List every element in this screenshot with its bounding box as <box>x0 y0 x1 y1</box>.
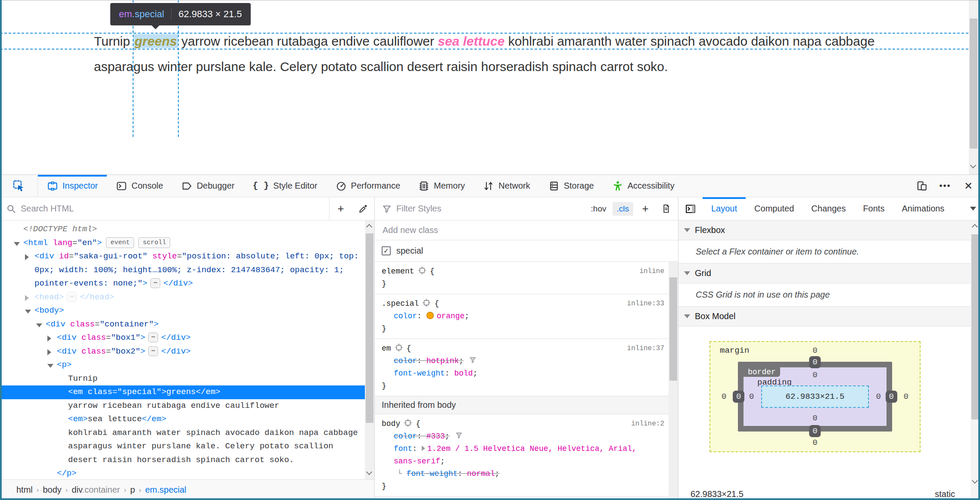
markup-row[interactable]: <p> <box>0 358 365 372</box>
rules-scrollbar-thumb[interactable] <box>669 277 677 381</box>
target-icon[interactable] <box>418 266 426 275</box>
markup-row[interactable]: kohlrabi amaranth water spinach avocado … <box>0 426 365 467</box>
margin-right-value[interactable]: 0 <box>904 392 908 401</box>
markup-row[interactable]: <body> <box>0 304 365 318</box>
breadcrumb-item-html[interactable]: html <box>16 485 33 495</box>
margin-bottom-value[interactable]: 0 <box>812 438 817 447</box>
border-top-value[interactable]: 0 <box>809 356 821 368</box>
css-declaration[interactable]: color: #333; <box>382 430 669 443</box>
markup-scrollbar-up-icon[interactable] <box>366 224 372 230</box>
responsive-mode-button[interactable] <box>910 175 933 197</box>
target-icon[interactable] <box>404 419 412 427</box>
all-tabs-menu-button[interactable] <box>967 197 979 220</box>
boxmodel-section-header[interactable]: Box Model <box>678 307 971 326</box>
padding-left-value[interactable]: 0 <box>749 392 754 401</box>
stylesheet-link[interactable]: inline:33 <box>627 298 664 310</box>
stylesheet-link[interactable]: inline:37 <box>627 342 664 355</box>
border-left-value[interactable]: 0 <box>733 391 744 403</box>
sidebar-toggle-button[interactable] <box>678 197 703 220</box>
markup-row[interactable]: <em>sea lettuce</em> <box>0 413 365 426</box>
expander-right-icon[interactable] <box>25 295 29 301</box>
rule-selector[interactable]: em <box>382 344 391 353</box>
add-new-class-input[interactable] <box>383 225 648 235</box>
rule-selector[interactable]: element <box>382 267 414 276</box>
markup-scrollbar-down-icon[interactable] <box>366 469 372 475</box>
sidebar-tab-changes[interactable]: Changes <box>803 197 854 220</box>
markup-row[interactable]: <html lang="en">eventscroll <box>0 236 365 250</box>
css-declaration[interactable]: color: orange; <box>382 310 669 323</box>
sidebar-tab-animations[interactable]: Animations <box>893 197 953 220</box>
css-declaration[interactable]: color: hotpink; <box>382 355 669 367</box>
funnel-icon[interactable] <box>455 432 463 440</box>
grid-section-header[interactable]: Grid <box>678 264 971 283</box>
expander-down-icon[interactable] <box>36 323 42 327</box>
layout-scrollbar-up-icon[interactable] <box>972 224 978 230</box>
search-html-input[interactable] <box>21 204 325 214</box>
expander-right-icon[interactable] <box>47 335 51 342</box>
breadcrumb-item-em-special[interactable]: em.special <box>145 485 187 495</box>
toolbox-meatball-menu-button[interactable]: ••• <box>933 175 957 197</box>
inline-ellipsis[interactable]: ⋯ <box>150 278 160 288</box>
rule-selector[interactable]: body <box>382 419 400 428</box>
rule-selector[interactable]: .special <box>382 299 419 308</box>
padding-bottom-value[interactable]: 0 <box>812 413 817 423</box>
padding-top-value[interactable]: 0 <box>812 370 817 380</box>
markup-row[interactable]: </p> <box>0 467 365 479</box>
layout-scrollbar-down-icon[interactable] <box>972 478 978 484</box>
markup-row[interactable]: <head>⋯</head> <box>0 291 365 304</box>
sidebar-tab-fonts[interactable]: Fonts <box>854 197 893 220</box>
css-declaration[interactable]: └ font-weight: normal; <box>382 468 669 480</box>
border-right-value[interactable]: 0 <box>886 391 897 403</box>
add-rule-button[interactable]: + <box>637 197 654 220</box>
expand-shorthand-icon[interactable] <box>422 446 425 451</box>
toggle-pseudo-classes-button[interactable]: :hov <box>588 202 609 215</box>
toolbox-tab-storage[interactable]: Storage <box>539 175 603 197</box>
breadcrumb-item-div[interactable]: div.container <box>72 485 120 495</box>
padding-right-value[interactable]: 0 <box>876 392 881 401</box>
expander-down-icon[interactable] <box>14 242 20 246</box>
toolbox-tab-console[interactable]: Console <box>107 175 172 197</box>
breadcrumb-item-body[interactable]: body <box>43 485 61 495</box>
page-scrollbar-down-icon[interactable] <box>970 162 976 168</box>
target-icon[interactable] <box>395 343 403 352</box>
toolbox-tab-style-editor[interactable]: { }Style Editor <box>244 175 327 197</box>
inline-ellipsis[interactable]: ⋯ <box>67 292 77 302</box>
toolbox-tab-accessibility[interactable]: Accessibility <box>603 175 684 197</box>
expander-right-icon[interactable] <box>47 349 51 355</box>
close-devtools-button[interactable]: ✕ <box>957 175 980 197</box>
sidebar-tab-layout[interactable]: Layout <box>703 197 746 220</box>
target-icon[interactable] <box>422 298 431 307</box>
markup-row-selected[interactable]: <em class="special">greens</em> <box>0 385 365 399</box>
toolbox-tab-memory[interactable]: Memory <box>409 175 474 197</box>
margin-top-value[interactable]: 0 <box>812 346 817 355</box>
print-simulation-button[interactable] <box>657 197 675 220</box>
markup-row[interactable]: yarrow ricebean rutabaga endive cauliflo… <box>0 399 365 413</box>
node-picker-button[interactable] <box>0 175 38 197</box>
sidebar-tab-computed[interactable]: Computed <box>746 197 803 220</box>
breadcrumb-item-p[interactable]: p <box>130 485 135 495</box>
toolbox-tab-inspector[interactable]: Inspector <box>38 175 107 197</box>
flexbox-section-header[interactable]: Flexbox <box>678 220 971 240</box>
markup-row[interactable]: <div class="box1">⋯</div> <box>0 331 365 345</box>
toolbox-tab-debugger[interactable]: Debugger <box>172 175 244 197</box>
node-badge[interactable]: event <box>106 237 134 248</box>
markup-row[interactable]: <!DOCTYPE html> <box>0 223 365 236</box>
markup-row[interactable]: <div id="saka-gui-root" style="position:… <box>0 250 365 291</box>
box-model-content-box[interactable]: 62.9833×21.5 <box>761 385 869 408</box>
markup-row[interactable]: Turnip <box>0 372 365 386</box>
css-declaration[interactable]: font-weight: bold; <box>382 367 669 380</box>
stylesheet-link[interactable]: inline <box>639 265 664 278</box>
class-checkbox[interactable]: ✓ <box>382 246 391 255</box>
node-badge[interactable]: scroll <box>138 237 170 248</box>
inline-ellipsis[interactable]: ⋯ <box>148 346 158 356</box>
stylesheet-link[interactable]: inline:2 <box>631 418 664 430</box>
inline-ellipsis[interactable]: ⋯ <box>148 332 158 342</box>
add-node-button[interactable]: + <box>330 197 352 220</box>
css-declaration[interactable]: font: 1.2em / 1.5 Helvetica Neue, Helvet… <box>382 443 669 468</box>
markup-scrollbar-thumb[interactable] <box>366 233 373 423</box>
markup-row[interactable]: <div class="container"> <box>0 318 365 332</box>
color-swatch[interactable] <box>426 312 434 319</box>
page-scrollbar-thumb[interactable] <box>970 19 977 149</box>
toolbox-tab-network[interactable]: Network <box>474 175 539 197</box>
margin-left-value[interactable]: 0 <box>722 392 726 401</box>
